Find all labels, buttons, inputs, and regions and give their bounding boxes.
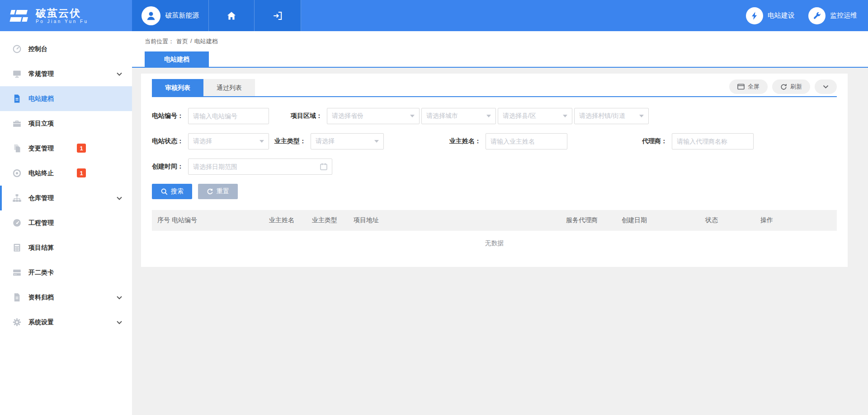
top-header: 破茧云伏 Po Jian Yun Fu 破茧新能源 [0,0,868,31]
collapse-filters-button[interactable] [815,79,837,94]
station-archive-card: 审核列表 通过列表 全屏 [141,74,848,267]
sidebar-item-label: 系统设置 [28,318,54,326]
filter-row-3: 创建时间： [152,159,837,175]
refresh-button[interactable]: 刷新 [772,79,810,94]
avatar-icon [142,6,160,25]
select-arrow-icon [374,140,379,143]
fullscreen-button[interactable]: 全屏 [729,79,768,94]
sidebar-item-label: 电站终止 [28,169,54,177]
fullscreen-label: 全屏 [748,83,760,91]
monitor-icon [12,69,22,79]
chevron-down-icon [823,85,829,89]
col-seq: 序号 [157,216,172,224]
sidebar-item-station-termination[interactable]: 电站终止 1 [0,161,132,186]
calendar-icon [320,163,328,171]
document-icon [12,94,22,104]
sidebar-item-label: 资料归档 [28,294,54,302]
owner-name-input[interactable] [486,133,567,149]
sidebar-item-console[interactable]: 控制台 [0,37,132,61]
sidebar-item-project-settlement[interactable]: 项目结算 [0,235,132,260]
sidebar-item-warehouse-mgmt[interactable]: 仓库管理 [0,186,132,210]
table-header-row: 序号 电站编号 业主姓名 业主类型 项目地址 服务代理商 创建日期 状态 操作 [152,210,837,231]
fullscreen-icon [737,84,745,90]
page-tab-station-archive[interactable]: 电站建档 [145,51,209,67]
brand-title: 破茧云伏 [36,7,89,19]
refresh-icon [780,84,787,90]
search-button[interactable]: 搜索 [152,184,192,199]
select-arrow-icon [639,115,644,117]
main-area: 当前位置： 首页 / 电站建档 电站建档 审核列表 通过列表 [132,31,868,415]
district-select[interactable]: 请选择县/区 [498,108,572,124]
select-arrow-icon [259,140,264,143]
sidebar-item-change-mgmt[interactable]: 变更管理 1 [0,136,132,161]
home-button[interactable] [209,0,255,31]
sidebar-item-general-mgmt[interactable]: 常规管理 [0,61,132,86]
search-icon [160,188,168,195]
brand-logo: 破茧云伏 Po Jian Yun Fu [0,0,132,31]
owner-name-label: 业主姓名： [449,137,481,145]
sidebar-item-engineering-mgmt[interactable]: 工程管理 [0,210,132,235]
station-status-select[interactable]: 请选择 [188,133,269,149]
sidebar-item-label: 开二类卡 [28,269,54,277]
tab-passed-list[interactable]: 通过列表 [203,79,255,96]
refresh-label: 刷新 [790,83,802,91]
breadcrumb-home-link[interactable]: 首页 [176,37,188,46]
sidebar-item-label: 电站建档 [28,95,54,103]
col-status: 状态 [705,216,760,224]
sign-out-icon [272,10,283,21]
sidebar-item-system-settings[interactable]: 系统设置 [0,310,132,335]
owner-type-label: 业主类型： [274,137,306,145]
town-select[interactable]: 请选择村镇/街道 [574,108,649,124]
filter-row-2: 电站状态： 请选择 业主类型： 请选择 业主姓名： 代理商： [152,133,837,149]
col-create-date: 创建日期 [622,216,705,224]
notification-badge: 1 [77,168,86,177]
sidebar-item-label: 控制台 [28,45,47,53]
sidebar-item-data-archiving[interactable]: 资料归档 [0,285,132,310]
header-user-menu[interactable]: 破茧新能源 [132,0,209,31]
empty-state-text: 无数据 [152,231,837,256]
col-owner-name: 业主姓名 [269,216,312,224]
region-label: 项目区域： [291,112,322,120]
logout-button[interactable] [255,0,301,31]
province-select[interactable]: 请选择省份 [327,108,420,124]
sidebar-scroll-thumb[interactable] [0,186,2,210]
sidebar-item-open-class2-card[interactable]: 开二类卡 [0,260,132,285]
col-project-address: 项目地址 [354,216,566,224]
content-area: 审核列表 通过列表 全屏 [132,68,868,267]
select-arrow-icon [563,115,567,117]
filter-form: 电站编号： 项目区域： 请选择省份 请选择城市 请选择县/区 [152,108,837,199]
breadcrumb-separator: / [190,37,192,46]
station-status-label: 电站状态： [152,137,184,145]
logo-mark-icon [9,8,30,24]
station-no-input[interactable] [188,108,269,124]
sidebar-item-project-initiation[interactable]: 项目立项 [0,111,132,136]
sidebar-item-label: 变更管理 [28,145,54,153]
target-icon [12,168,22,178]
date-range-input[interactable] [188,159,332,175]
col-owner-type: 业主类型 [312,216,354,224]
tab-review-list[interactable]: 审核列表 [152,79,203,96]
select-arrow-icon [410,115,415,117]
filter-actions: 搜索 重置 [152,184,837,199]
wrench-icon [808,7,826,24]
city-select[interactable]: 请选择城市 [421,108,496,124]
breadcrumb: 当前位置： 首页 / 电站建档 [145,37,868,46]
date-range-picker[interactable] [188,159,332,175]
nav-label: 电站建设 [768,11,795,20]
archive-icon [12,293,22,303]
nav-station-construction[interactable]: 电站建设 [746,7,795,24]
chevron-down-icon [117,72,122,76]
file-copy-icon [12,144,22,154]
nav-monitoring-ops[interactable]: 监控运维 [808,7,857,24]
col-service-agent: 服务代理商 [566,216,622,224]
nav-label: 监控运维 [830,11,857,20]
agent-input[interactable] [672,133,754,149]
chevron-down-icon [117,296,122,299]
agent-label: 代理商： [642,137,667,145]
sidebar-item-label: 项目立项 [28,120,54,128]
home-icon [226,10,237,21]
briefcase-icon [12,119,22,129]
owner-type-select[interactable]: 请选择 [311,133,384,149]
reset-button[interactable]: 重置 [198,184,238,199]
sidebar-item-station-archive[interactable]: 电站建档 [0,86,132,111]
